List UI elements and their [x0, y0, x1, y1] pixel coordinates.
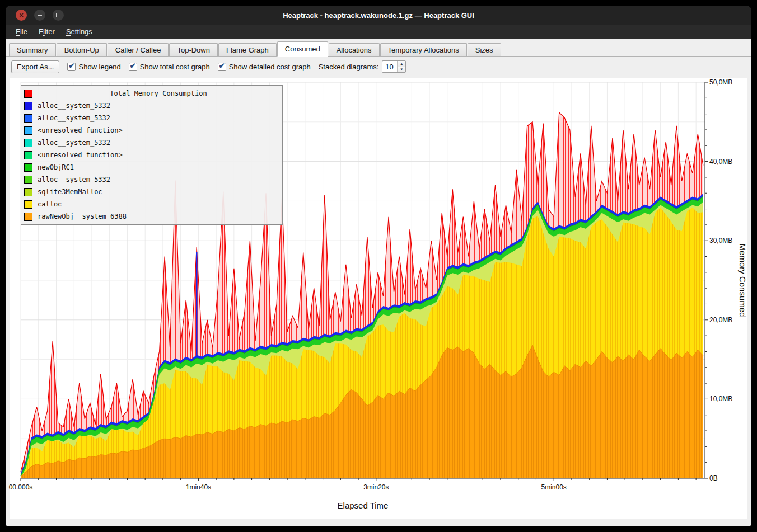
legend-swatch — [24, 213, 32, 221]
chart-area: 0B10,0MB20,0MB30,0MB40,0MB50,0MB00.000s1… — [10, 78, 747, 519]
stacked-diagrams-label: Stacked diagrams: — [319, 63, 379, 71]
x-tick-label: 5min00s — [541, 483, 567, 491]
y-tick-label: 20,0MB — [709, 316, 732, 324]
menu-filter[interactable]: Filter — [33, 26, 60, 37]
tab-temporary-allocations[interactable]: Temporary Allocations — [380, 43, 467, 56]
legend-item: sqlite3MemMalloc — [24, 186, 279, 198]
y-axis-title: Memory Consumed — [738, 244, 747, 317]
checkbox-label: Show total cost graph — [140, 63, 210, 71]
legend-label: sqlite3MemMalloc — [38, 188, 102, 196]
legend-swatch — [24, 188, 32, 196]
y-tick-label: 30,0MB — [709, 237, 732, 244]
tab-top-down[interactable]: Top-Down — [169, 43, 218, 56]
legend-swatch — [24, 102, 32, 110]
menu-settings[interactable]: Settings — [60, 26, 98, 37]
legend-label: alloc__system_5332 — [38, 176, 110, 183]
show-detailed-cost-graph-checkbox[interactable]: Show detailed cost graph — [218, 63, 311, 71]
menu-file[interactable]: File — [10, 26, 33, 37]
tab-summary[interactable]: Summary — [9, 43, 56, 56]
legend-swatch — [24, 126, 32, 135]
legend-swatch — [24, 90, 32, 98]
tab-bar: SummaryBottom-UpCaller / CalleeTop-DownF… — [6, 39, 751, 57]
stacked-diagrams-spinner[interactable]: 10 ▲ ▼ — [382, 60, 406, 73]
chart-toolbar: Export As... Show legend Show total cost… — [6, 57, 751, 77]
checkbox-indicator — [67, 63, 76, 71]
legend-item: <unresolved function> — [24, 124, 279, 136]
chart-legend: Total Memory Consumptionalloc__system_53… — [21, 85, 283, 225]
legend-swatch — [24, 114, 32, 123]
x-tick-label: 3min20s — [363, 483, 389, 491]
legend-item: alloc__system_5332 — [24, 100, 279, 112]
maximize-button[interactable] — [53, 10, 64, 21]
checkbox-indicator — [218, 63, 226, 71]
spinner-arrows: ▲ ▼ — [397, 61, 405, 72]
legend-label: alloc__system_5332 — [38, 102, 110, 110]
app-window: ✕ Heaptrack - heaptrack.wakunode.1.gz — … — [6, 6, 751, 526]
titlebar[interactable]: ✕ Heaptrack - heaptrack.wakunode.1.gz — … — [6, 6, 751, 25]
legend-label: alloc__system_5332 — [38, 139, 110, 147]
minimize-icon — [38, 15, 42, 16]
legend-item: rawNewObj__system_6388 — [24, 210, 279, 223]
x-axis-title: Elapsed Time — [338, 501, 389, 510]
tab-consumed[interactable]: Consumed — [277, 41, 328, 57]
tab-flame-graph[interactable]: Flame Graph — [218, 43, 277, 56]
close-button[interactable]: ✕ — [16, 10, 27, 21]
minimize-button[interactable] — [34, 10, 45, 21]
window-title: Heaptrack - heaptrack.wakunode.1.gz — He… — [6, 11, 751, 20]
legend-label: <unresolved function> — [38, 151, 123, 159]
y-tick-label: 40,0MB — [709, 158, 732, 166]
maximize-icon — [56, 13, 60, 17]
legend-title-row: Total Memory Consumption — [24, 87, 279, 100]
legend-label: rawNewObj__system_6388 — [38, 213, 127, 220]
checkbox-label: Show detailed cost graph — [229, 63, 311, 71]
spinner-down-button[interactable]: ▼ — [398, 67, 405, 73]
tab-caller-callee[interactable]: Caller / Callee — [108, 43, 169, 56]
legend-swatch — [24, 139, 32, 147]
legend-label: calloc — [38, 200, 62, 208]
show-legend-checkbox[interactable]: Show legend — [67, 63, 120, 71]
x-tick-label: 00.000s — [9, 483, 33, 491]
legend-swatch — [24, 163, 32, 172]
legend-item: calloc — [24, 198, 279, 210]
legend-item: alloc__system_5332 — [24, 173, 279, 186]
y-tick-label: 0B — [709, 474, 718, 482]
tab-bottom-up[interactable]: Bottom-Up — [57, 43, 107, 56]
legend-item: newObjRC1 — [24, 161, 279, 173]
window-controls: ✕ — [16, 10, 64, 21]
menubar: FileFilterSettings — [6, 25, 751, 39]
spinner-up-button[interactable]: ▲ — [398, 61, 405, 67]
tab-sizes[interactable]: Sizes — [468, 43, 501, 56]
checkbox-label: Show legend — [78, 63, 120, 71]
x-tick-label: 1min40s — [186, 483, 211, 491]
spinner-value: 10 — [382, 61, 397, 72]
checkbox-indicator — [129, 63, 137, 71]
legend-label: <unresolved function> — [38, 126, 123, 134]
legend-swatch — [24, 151, 32, 159]
legend-label: newObjRC1 — [38, 163, 74, 171]
legend-item: alloc__system_5332 — [24, 112, 279, 124]
legend-item: <unresolved function> — [24, 149, 279, 161]
export-as-button[interactable]: Export As... — [11, 60, 59, 73]
show-total-cost-graph-checkbox[interactable]: Show total cost graph — [129, 63, 210, 71]
legend-item: alloc__system_5332 — [24, 136, 279, 149]
legend-swatch — [24, 200, 32, 209]
legend-label: alloc__system_5332 — [38, 114, 110, 122]
legend-swatch — [24, 176, 32, 184]
tab-allocations[interactable]: Allocations — [329, 43, 380, 56]
y-tick-label: 50,0MB — [709, 78, 732, 86]
y-tick-label: 10,0MB — [709, 395, 732, 403]
legend-title: Total Memory Consumption — [38, 90, 279, 97]
